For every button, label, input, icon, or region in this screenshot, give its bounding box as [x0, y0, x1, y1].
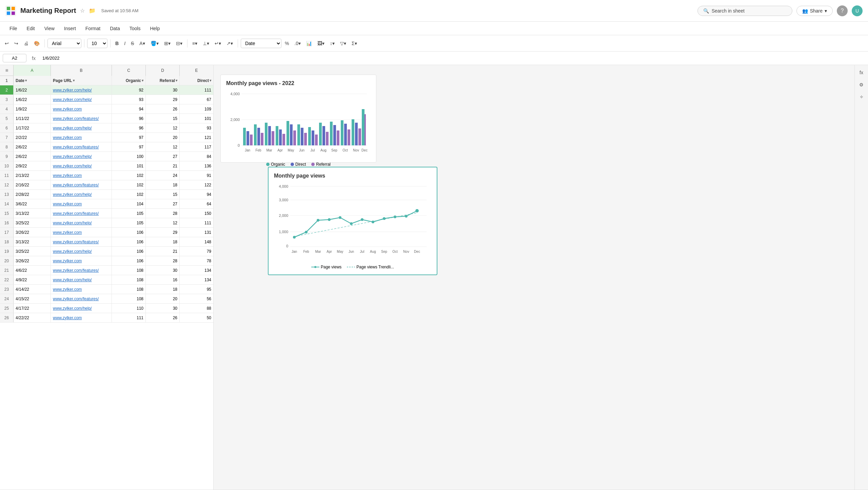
- cell-24B[interactable]: www.zylker.com/features/: [51, 294, 112, 303]
- cell-13A[interactable]: 2/28/22: [14, 190, 51, 199]
- cell-13B[interactable]: www.zylker.com/help/: [51, 190, 112, 199]
- cell-11A[interactable]: 2/13/22: [14, 171, 51, 180]
- cell-5E[interactable]: 101: [180, 114, 213, 123]
- filter-icon-organic[interactable]: ▾: [142, 79, 143, 82]
- cell-18C[interactable]: 106: [112, 237, 146, 246]
- cell-26A[interactable]: 4/22/22: [14, 313, 51, 322]
- cell-5C[interactable]: 96: [112, 114, 146, 123]
- cell-21E[interactable]: 134: [180, 266, 213, 275]
- menu-data[interactable]: Data: [106, 24, 124, 33]
- cell-8C[interactable]: 97: [112, 142, 146, 151]
- filter-icon-url[interactable]: ▾: [73, 79, 75, 82]
- share-button[interactable]: 👥 Share ▾: [796, 6, 833, 16]
- cell-2E[interactable]: 111: [180, 85, 213, 95]
- paint-format-button[interactable]: 🎨: [32, 39, 42, 47]
- cell-3B[interactable]: www.zylker.com/help/: [51, 95, 112, 104]
- cell-23B[interactable]: www.zylker.com: [51, 285, 112, 294]
- cell-9B[interactable]: www.zylker.com/help/: [51, 152, 112, 161]
- cell-7A[interactable]: 2/2/22: [14, 133, 51, 142]
- cell-20A[interactable]: 3/26/22: [14, 256, 51, 265]
- cell-16D[interactable]: 12: [146, 218, 180, 227]
- right-tool-3[interactable]: ✧: [857, 92, 866, 102]
- cell-19C[interactable]: 106: [112, 247, 146, 256]
- cell-12A[interactable]: 2/16/22: [14, 180, 51, 189]
- cell-1C[interactable]: Organic▾: [112, 76, 146, 85]
- cell-21B[interactable]: www.zylker.com/features/: [51, 266, 112, 275]
- bold-button[interactable]: B: [113, 39, 121, 47]
- cell-17B[interactable]: www.zylker.com: [51, 228, 112, 237]
- filter-icon-referral[interactable]: ▾: [176, 79, 177, 82]
- cell-23D[interactable]: 18: [146, 285, 180, 294]
- cell-14A[interactable]: 3/6/22: [14, 199, 51, 208]
- menu-insert[interactable]: Insert: [60, 24, 80, 33]
- cell-3D[interactable]: 29: [146, 95, 180, 104]
- col-header-B[interactable]: B: [51, 65, 112, 76]
- cell-24A[interactable]: 4/15/22: [14, 294, 51, 303]
- cell-12E[interactable]: 122: [180, 180, 213, 189]
- cell-26B[interactable]: www.zylker.com: [51, 313, 112, 322]
- cell-11B[interactable]: www.zylker.com: [51, 171, 112, 180]
- cell-25C[interactable]: 110: [112, 304, 146, 313]
- col-header-E[interactable]: E: [180, 65, 214, 76]
- cell-6E[interactable]: 93: [180, 123, 213, 132]
- font-size-selector[interactable]: 10: [87, 39, 107, 48]
- undo-button[interactable]: ↩: [3, 39, 11, 47]
- cell-17D[interactable]: 29: [146, 228, 180, 237]
- cell-23E[interactable]: 95: [180, 285, 213, 294]
- cell-1D[interactable]: Referral▾: [146, 76, 180, 85]
- cell-10E[interactable]: 136: [180, 161, 213, 170]
- cell-22A[interactable]: 4/9/22: [14, 275, 51, 284]
- cell-16E[interactable]: 111: [180, 218, 213, 227]
- search-in-sheet[interactable]: 🔍 Search in sheet: [697, 6, 792, 16]
- cell-12D[interactable]: 18: [146, 180, 180, 189]
- cell-13C[interactable]: 102: [112, 190, 146, 199]
- cell-11C[interactable]: 102: [112, 171, 146, 180]
- cell-20B[interactable]: www.zylker.com: [51, 256, 112, 265]
- valign-button[interactable]: ⊥▾: [201, 39, 211, 47]
- cell-25E[interactable]: 88: [180, 304, 213, 313]
- cell-1E[interactable]: Direct▾: [180, 76, 213, 85]
- cell-4C[interactable]: 94: [112, 104, 146, 114]
- cell-18B[interactable]: www.zylker.com/features/: [51, 237, 112, 246]
- cell-2C[interactable]: 92: [112, 85, 146, 95]
- cell-7C[interactable]: 97: [112, 133, 146, 142]
- cell-10D[interactable]: 21: [146, 161, 180, 170]
- cell-18D[interactable]: 18: [146, 237, 180, 246]
- cell-4A[interactable]: 1/9/22: [14, 104, 51, 114]
- percent-button[interactable]: %: [283, 39, 291, 47]
- print-button[interactable]: 🖨: [22, 39, 31, 47]
- cell-6B[interactable]: www.zylker.com/help/: [51, 123, 112, 132]
- cell-22D[interactable]: 16: [146, 275, 180, 284]
- right-tool-1[interactable]: fx: [857, 68, 866, 77]
- merge-button[interactable]: ⊟▾: [174, 39, 184, 47]
- cell-5A[interactable]: 1/11/22: [14, 114, 51, 123]
- cell-11D[interactable]: 24: [146, 171, 180, 180]
- cell-1A[interactable]: Date▾: [14, 76, 51, 85]
- sort-button[interactable]: ↕▾: [328, 39, 337, 47]
- cell-16C[interactable]: 105: [112, 218, 146, 227]
- cell-7D[interactable]: 20: [146, 133, 180, 142]
- cell-21D[interactable]: 30: [146, 266, 180, 275]
- star-icon[interactable]: ☆: [80, 7, 85, 14]
- cell-19E[interactable]: 79: [180, 247, 213, 256]
- cell-4D[interactable]: 26: [146, 104, 180, 114]
- cell-12B[interactable]: www.zylker.com/features/: [51, 180, 112, 189]
- filter-icon-direct[interactable]: ▾: [210, 79, 211, 82]
- menu-view[interactable]: View: [40, 24, 59, 33]
- menu-help[interactable]: Help: [146, 24, 164, 33]
- cell-9A[interactable]: 2/6/22: [14, 152, 51, 161]
- cell-6C[interactable]: 96: [112, 123, 146, 132]
- cell-21A[interactable]: 4/6/22: [14, 266, 51, 275]
- cell-reference[interactable]: A2: [3, 54, 26, 62]
- cell-2B[interactable]: www.zylker.com/help/: [51, 85, 112, 95]
- cell-12C[interactable]: 102: [112, 180, 146, 189]
- cell-8D[interactable]: 12: [146, 142, 180, 151]
- cell-14B[interactable]: www.zylker.com: [51, 199, 112, 208]
- cell-9E[interactable]: 84: [180, 152, 213, 161]
- cell-3C[interactable]: 93: [112, 95, 146, 104]
- rotate-button[interactable]: ↗▾: [224, 39, 235, 47]
- decimal-more-button[interactable]: .0▾: [292, 39, 303, 47]
- cell-26E[interactable]: 50: [180, 313, 213, 322]
- cell-15B[interactable]: www.zylker.com/features/: [51, 209, 112, 218]
- select-all-icon[interactable]: ⊞: [5, 68, 8, 72]
